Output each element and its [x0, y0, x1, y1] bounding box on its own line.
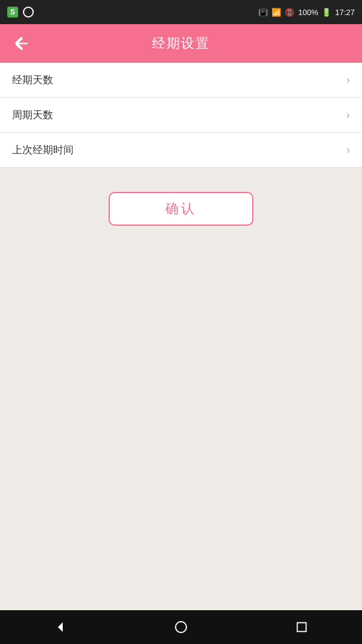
menu-item-label-period-days: 经期天数 — [12, 73, 53, 87]
app-icon-s: S — [7, 7, 18, 18]
signal-off-icon: 📵 — [285, 8, 294, 17]
nav-recents-icon — [295, 620, 308, 634]
back-button[interactable] — [10, 31, 34, 56]
content-area: 确认 — [0, 168, 362, 610]
confirm-button[interactable]: 确认 — [109, 192, 253, 226]
status-circle-icon — [23, 7, 34, 18]
clock: 17:27 — [335, 8, 355, 17]
app-container: 经期设置 经期天数 › 周期天数 › 上次经期时间 › 确认 — [0, 24, 362, 610]
menu-item-cycle-days[interactable]: 周期天数 › — [0, 98, 362, 133]
back-icon — [13, 35, 30, 52]
svg-rect-2 — [297, 623, 306, 632]
chevron-right-icon-period-days: › — [346, 74, 350, 86]
svg-marker-0 — [58, 622, 63, 632]
nav-recents-button[interactable] — [287, 613, 316, 642]
menu-item-last-period[interactable]: 上次经期时间 › — [0, 133, 362, 168]
page-title: 经期设置 — [152, 34, 210, 53]
menu-item-label-last-period: 上次经期时间 — [12, 143, 74, 157]
status-right: 📳 📶 📵 100% 🔋 17:27 — [258, 8, 355, 17]
nav-home-button[interactable] — [167, 613, 195, 642]
nav-home-icon — [174, 620, 188, 634]
chevron-right-icon-cycle-days: › — [346, 109, 350, 121]
app-header: 经期设置 — [0, 24, 362, 63]
battery-icon: 🔋 — [322, 8, 331, 17]
wifi-icon: 📶 — [272, 8, 281, 17]
svg-point-1 — [176, 622, 186, 633]
confirm-button-label: 确认 — [165, 200, 197, 218]
menu-item-label-cycle-days: 周期天数 — [12, 108, 53, 122]
nav-back-icon — [53, 620, 68, 634]
nav-bar — [0, 610, 362, 644]
battery-percent: 100% — [298, 8, 318, 17]
nav-back-button[interactable] — [46, 613, 75, 642]
menu-list: 经期天数 › 周期天数 › 上次经期时间 › — [0, 63, 362, 168]
menu-item-period-days[interactable]: 经期天数 › — [0, 63, 362, 98]
vibrate-icon: 📳 — [258, 8, 268, 17]
status-bar: S 📳 📶 📵 100% 🔋 17:27 — [0, 0, 362, 24]
status-left: S — [7, 7, 34, 18]
chevron-right-icon-last-period: › — [346, 144, 350, 156]
